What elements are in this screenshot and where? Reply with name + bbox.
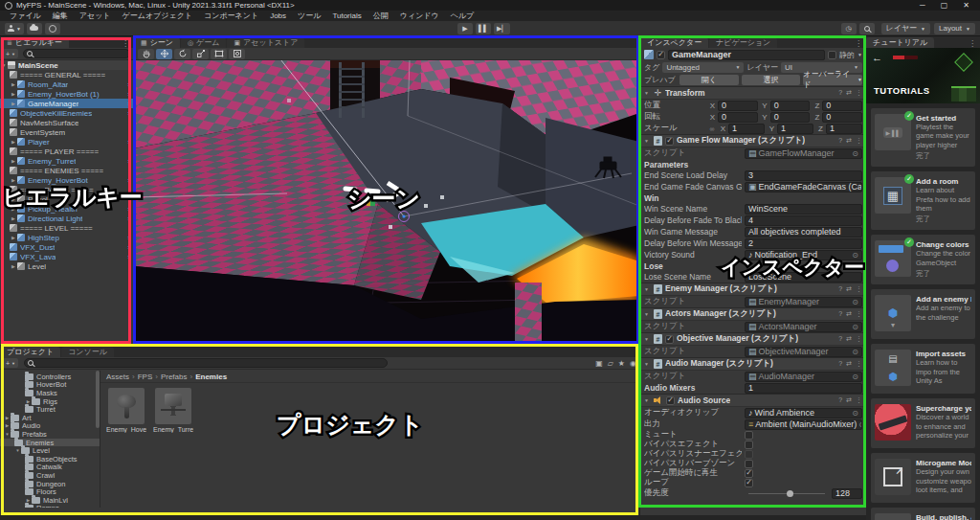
- tab-inspector[interactable]: インスペクター: [640, 37, 708, 48]
- priority-field[interactable]: 128: [832, 488, 862, 499]
- transform-tool-button[interactable]: [229, 49, 245, 59]
- hierarchy-row[interactable]: ObjectiveKillEnemies ›: [0, 108, 133, 118]
- layout-dropdown[interactable]: Layout▼: [934, 23, 975, 34]
- component-header[interactable]: ▼ # Audio Manager (スクリプト) ?⇄⋮: [640, 357, 866, 371]
- back-arrow-icon[interactable]: ←: [872, 52, 882, 63]
- asset-item[interactable]: Enemy_Turret: [153, 388, 193, 433]
- project-tab[interactable]: コンソール: [61, 347, 114, 357]
- name-field[interactable]: GameManager: [668, 50, 825, 60]
- prefab-arrow-icon[interactable]: ›: [127, 138, 133, 147]
- tutorial-card[interactable]: ✓ Get started Playtest the game make you…: [871, 108, 975, 167]
- folder-row[interactable]: Floors: [0, 487, 100, 496]
- property-field[interactable]: EndGameFadeCanvas (Canvas Group): [745, 182, 862, 192]
- tutorial-card[interactable]: ✓ Change colors Change the color GameObj…: [871, 235, 975, 284]
- y-field[interactable]: 1: [777, 124, 813, 134]
- toggle-checkbox[interactable]: ✓: [745, 441, 753, 449]
- hierarchy-row[interactable]: ▶ HighStep ›: [0, 233, 133, 242]
- script-field[interactable]: ActorsManager: [745, 322, 862, 332]
- property-field[interactable]: All objectives completed: [745, 227, 862, 237]
- tree-scrollbar[interactable]: [96, 371, 100, 428]
- component-enabled-checkbox[interactable]: ✓: [665, 137, 674, 146]
- toggle-checkbox[interactable]: ✓: [745, 479, 753, 487]
- prefab-arrow-icon[interactable]: ›: [127, 253, 133, 261]
- tutorial-card[interactable]: Add an enemy bot Add an enemy to the cha…: [871, 289, 975, 339]
- undo-history-button[interactable]: ◷: [841, 23, 857, 34]
- menu-item[interactable]: ゲームオブジェクト: [117, 11, 199, 21]
- help-icon[interactable]: ?: [838, 89, 842, 97]
- game-flow-manager-header[interactable]: ▼ # ✓ Game Flow Manager (スクリプト) ?⇄⋮: [640, 134, 866, 147]
- panel-menu-icon[interactable]: ⋮: [965, 39, 980, 48]
- hierarchy-row[interactable]: ===== GENERAL =====: [0, 70, 133, 79]
- property-field[interactable]: 4: [745, 215, 862, 226]
- z-field[interactable]: 0: [822, 101, 862, 111]
- hierarchy-row[interactable]: ▶ Enemy_HoverBot ›: [0, 175, 133, 185]
- y-field[interactable]: 0: [770, 112, 811, 123]
- prefab-arrow-icon[interactable]: ›: [127, 234, 133, 242]
- component-menu-icon[interactable]: ⋮: [856, 89, 862, 97]
- component-enabled-checkbox[interactable]: ✓: [666, 396, 675, 405]
- prefab-arrow-icon[interactable]: ›: [127, 80, 133, 89]
- y-field[interactable]: 0: [770, 101, 811, 111]
- tutorial-card[interactable]: Microgame Mods Design your own customize…: [871, 453, 975, 503]
- prefab-select-button[interactable]: 選択: [742, 75, 801, 85]
- property-field[interactable]: 3: [745, 170, 862, 181]
- folder-row[interactable]: Dungeon: [0, 480, 100, 488]
- tutorial-card[interactable]: Build, publish, & B Create a shareab: [871, 508, 975, 520]
- layers-dropdown[interactable]: レイヤー▼: [881, 23, 931, 34]
- minimize-button[interactable]: ─: [920, 1, 925, 10]
- component-enabled-checkbox[interactable]: ✓: [665, 335, 674, 344]
- folder-row[interactable]: Crawl: [0, 471, 100, 480]
- prefab-overrides-button[interactable]: オーバーライド▼: [803, 75, 862, 85]
- hierarchy-row[interactable]: NavMeshSurface: [0, 118, 133, 127]
- x-field[interactable]: 0: [718, 101, 758, 111]
- folder-row[interactable]: ▼ Level: [0, 446, 100, 455]
- tutorial-card[interactable]: Import assets Learn how to impo from the…: [871, 344, 975, 394]
- folder-row[interactable]: Enemies: [0, 439, 100, 447]
- z-field[interactable]: 0: [822, 112, 862, 123]
- project-tab[interactable]: プロジェクト: [0, 347, 60, 357]
- prefab-arrow-icon[interactable]: ›: [127, 243, 133, 252]
- menu-item[interactable]: ファイル: [4, 11, 47, 21]
- tab-tutorials[interactable]: チュートリアル: [866, 37, 934, 48]
- hierarchy-row[interactable]: ===== PATHS =====: [0, 185, 133, 194]
- property-field[interactable]: Notification_End: [745, 250, 862, 260]
- hierarchy-row[interactable]: ▶ Room_Altar ›: [0, 79, 133, 89]
- active-checkbox[interactable]: ✓: [657, 51, 665, 59]
- hierarchy-row[interactable]: ▶ Player ›: [0, 137, 133, 147]
- menu-item[interactable]: 公開: [368, 11, 394, 21]
- property-field[interactable]: WinScene: [745, 204, 862, 215]
- tag-dropdown[interactable]: Untagged▼: [662, 62, 744, 73]
- tab-navigation[interactable]: ナビゲーション: [709, 37, 777, 48]
- priority-slider[interactable]: [748, 493, 825, 494]
- panel-menu-icon[interactable]: ⋮: [851, 39, 866, 48]
- prefab-arrow-icon[interactable]: ›: [127, 215, 133, 223]
- property-field[interactable]: LoseScene: [745, 272, 862, 283]
- toggle-checkbox[interactable]: ✓: [745, 431, 753, 440]
- search-button[interactable]: [859, 23, 875, 34]
- prefab-arrow-icon[interactable]: ›: [127, 100, 133, 108]
- asset-item[interactable]: Enemy_HoverBot: [106, 388, 146, 433]
- breadcrumb-item[interactable]: Enemies: [195, 373, 227, 381]
- play-button[interactable]: ▶: [457, 23, 473, 34]
- close-button[interactable]: ✕: [963, 1, 969, 10]
- tab-hierarchy[interactable]: ≣ヒエラルキー: [0, 37, 69, 48]
- hierarchy-row[interactable]: ===== PLAYER =====: [0, 147, 133, 156]
- account-button[interactable]: ▼: [5, 23, 24, 34]
- favorites-icon[interactable]: ★: [618, 359, 625, 368]
- hierarchy-row[interactable]: ▶ Patrol: [0, 194, 133, 204]
- script-field[interactable]: GameFlowManager: [745, 148, 862, 159]
- hierarchy-row[interactable]: EventSystem: [0, 127, 133, 137]
- prefab-arrow-icon[interactable]: ›: [127, 109, 133, 118]
- create-button[interactable]: +▼: [3, 49, 18, 58]
- script-field[interactable]: EnemyManager: [745, 297, 862, 307]
- folder-row[interactable]: Catwalk: [0, 463, 100, 472]
- breadcrumb-item[interactable]: Prefabs: [161, 373, 192, 381]
- hand-tool-button[interactable]: [138, 49, 154, 59]
- folder-row[interactable]: ▶ Audio: [0, 422, 100, 431]
- audio-mixers-field[interactable]: 1: [745, 383, 862, 394]
- preset-icon[interactable]: ⇄: [846, 89, 852, 97]
- tutorial-card[interactable]: ✓ Add a room Learn about Prefa how to ad…: [871, 171, 975, 230]
- rect-tool-button[interactable]: [211, 49, 227, 59]
- breadcrumb-item[interactable]: FPS: [138, 373, 158, 381]
- hierarchy-row[interactable]: ▶ Pickup_Health ›: [0, 204, 133, 214]
